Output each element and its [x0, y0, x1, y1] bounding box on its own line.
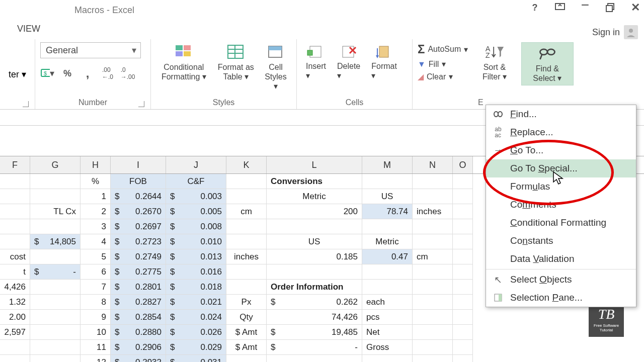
comma-icon[interactable]: ,: [80, 67, 95, 79]
cell[interactable]: $0.029: [166, 340, 226, 355]
cell[interactable]: [30, 355, 80, 362]
cell[interactable]: $0.2827: [111, 295, 166, 310]
cell[interactable]: [413, 174, 453, 189]
cell[interactable]: [453, 340, 473, 355]
cell[interactable]: $ Amt: [226, 325, 267, 340]
cell[interactable]: [30, 174, 80, 189]
cell[interactable]: $0.2670: [111, 204, 166, 219]
cell[interactable]: [226, 264, 267, 280]
cell[interactable]: [0, 234, 30, 249]
cell[interactable]: 2: [80, 204, 111, 219]
cell[interactable]: 6: [80, 264, 111, 280]
cell[interactable]: cm: [226, 204, 267, 219]
cell[interactable]: [413, 295, 453, 310]
cell[interactable]: Px: [226, 295, 267, 310]
cell[interactable]: [0, 189, 30, 204]
col-header[interactable]: O: [453, 156, 473, 173]
cell[interactable]: [30, 219, 80, 234]
cell[interactable]: 8: [80, 295, 111, 310]
menu-cond-fmt[interactable]: Conditional Formatting: [486, 214, 636, 232]
cell[interactable]: $19,485: [267, 325, 362, 340]
cell[interactable]: [413, 189, 453, 204]
sort-filter-button[interactable]: AZ Sort & Filter ▾: [471, 42, 518, 82]
menu-comments[interactable]: Comments: [486, 196, 636, 214]
tab-view[interactable]: VIEW: [11, 22, 46, 36]
cell[interactable]: $-: [267, 340, 362, 355]
cell[interactable]: 12: [80, 355, 111, 362]
cell[interactable]: [453, 174, 473, 189]
cell[interactable]: $0.008: [166, 219, 226, 234]
clear-button[interactable]: ◢Clear ▾: [418, 72, 468, 81]
cell[interactable]: $0.2775: [111, 264, 166, 280]
cell[interactable]: 74,426: [267, 310, 362, 325]
menu-select-objects[interactable]: ↖Select Objects: [486, 270, 636, 289]
cell[interactable]: [453, 295, 473, 310]
cell[interactable]: [0, 174, 30, 189]
cell[interactable]: [453, 219, 473, 234]
cell[interactable]: [30, 295, 80, 310]
cell[interactable]: 4: [80, 234, 111, 249]
cell[interactable]: 11: [80, 340, 111, 355]
cell[interactable]: $0.2932: [111, 355, 166, 362]
cell[interactable]: [30, 310, 80, 325]
cell[interactable]: 10: [80, 325, 111, 340]
menu-constants[interactable]: Constants: [486, 232, 636, 250]
menu-data-validation[interactable]: Data Validation: [486, 250, 636, 268]
cell[interactable]: [453, 189, 473, 204]
menu-find[interactable]: Find...: [486, 105, 636, 123]
col-header[interactable]: I: [111, 156, 166, 173]
cell-styles-button[interactable]: Cell Styles ▾: [260, 42, 291, 93]
cell[interactable]: $0.2854: [111, 310, 166, 325]
cell[interactable]: [413, 234, 453, 249]
cell[interactable]: $0.2697: [111, 219, 166, 234]
cell[interactable]: US: [267, 234, 362, 249]
cell[interactable]: [226, 219, 267, 234]
col-header[interactable]: G: [30, 156, 80, 173]
cell[interactable]: [453, 234, 473, 249]
col-header[interactable]: F: [0, 156, 30, 173]
cell[interactable]: 7: [80, 280, 111, 295]
cell[interactable]: [413, 325, 453, 340]
cell[interactable]: [0, 219, 30, 234]
cell[interactable]: %: [80, 174, 111, 189]
cell[interactable]: [413, 355, 453, 362]
cell[interactable]: 200: [267, 204, 362, 219]
cell[interactable]: $0.003: [166, 189, 226, 204]
cell[interactable]: [226, 174, 267, 189]
cell[interactable]: 78.74: [362, 204, 413, 219]
cell[interactable]: $0.021: [166, 295, 226, 310]
cell[interactable]: US: [362, 189, 413, 204]
cell[interactable]: [0, 204, 30, 219]
cell[interactable]: [362, 280, 413, 295]
cell[interactable]: [413, 340, 453, 355]
cell[interactable]: [267, 355, 362, 362]
cell[interactable]: Metric: [267, 189, 362, 204]
cell[interactable]: $0.2644: [111, 189, 166, 204]
menu-goto[interactable]: →Go To...: [486, 141, 636, 159]
ribbon-options-icon[interactable]: [554, 2, 566, 13]
cell[interactable]: [362, 264, 413, 280]
cell[interactable]: [453, 280, 473, 295]
cell[interactable]: Metric: [362, 234, 413, 249]
cell[interactable]: 4,426: [0, 280, 30, 295]
cell[interactable]: [30, 325, 80, 340]
menu-goto-special[interactable]: Go To Special...: [486, 159, 636, 177]
col-header[interactable]: H: [80, 156, 111, 173]
sign-in[interactable]: Sign in: [592, 25, 638, 39]
cell[interactable]: [453, 249, 473, 264]
cell[interactable]: $0.2749: [111, 249, 166, 264]
cell[interactable]: [453, 310, 473, 325]
help-icon[interactable]: ?: [529, 2, 540, 13]
center-button[interactable]: ter ▾: [9, 69, 26, 80]
dialog-launcher-icon[interactable]: [23, 101, 29, 107]
cell[interactable]: cost: [0, 249, 30, 264]
cell[interactable]: $0.2801: [111, 280, 166, 295]
format-as-table-button[interactable]: Format as Table ▾: [215, 42, 257, 82]
cell[interactable]: [30, 249, 80, 264]
cell[interactable]: 1: [80, 189, 111, 204]
cell[interactable]: $0.016: [166, 264, 226, 280]
cell[interactable]: [0, 355, 30, 362]
close-icon[interactable]: ✕: [630, 2, 641, 13]
find-select-button[interactable]: Find & Select ▾: [521, 42, 574, 85]
col-header[interactable]: N: [413, 156, 453, 173]
